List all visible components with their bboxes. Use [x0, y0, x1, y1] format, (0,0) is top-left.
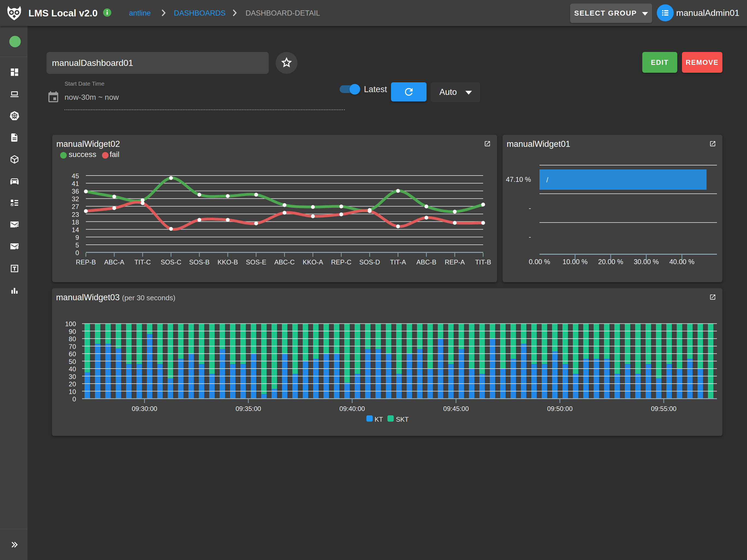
svg-text:0: 0: [73, 396, 76, 403]
svg-text:36: 36: [72, 187, 79, 195]
svg-text:40.00 %: 40.00 %: [669, 258, 695, 265]
svg-text:23: 23: [72, 211, 79, 218]
svg-text:09:30:00: 09:30:00: [132, 405, 157, 412]
svg-text:09:55:00: 09:55:00: [651, 405, 676, 412]
svg-text:-: -: [529, 204, 531, 212]
svg-text:SKT: SKT: [396, 416, 409, 423]
svg-text:KT: KT: [375, 416, 383, 423]
svg-text:-: -: [529, 233, 531, 240]
svg-text:30: 30: [69, 373, 76, 380]
svg-text:ABC-A: ABC-A: [104, 258, 124, 266]
svg-text:09:35:00: 09:35:00: [235, 405, 261, 412]
svg-text:SOS-B: SOS-B: [189, 258, 210, 266]
svg-text:60: 60: [69, 350, 76, 358]
svg-text:90: 90: [69, 328, 76, 335]
svg-text:10.00 %: 10.00 %: [562, 258, 588, 265]
svg-text:32: 32: [72, 195, 79, 203]
svg-text:41: 41: [72, 180, 79, 187]
svg-text:5: 5: [75, 241, 79, 249]
svg-text:SOS-C: SOS-C: [160, 258, 181, 266]
svg-text:09:50:00: 09:50:00: [547, 405, 572, 412]
svg-text:REP-B: REP-B: [76, 258, 96, 266]
svg-text:TIT-C: TIT-C: [134, 258, 151, 266]
svg-text:KKO-B: KKO-B: [217, 258, 238, 266]
svg-text:0.00 %: 0.00 %: [529, 258, 550, 265]
svg-text:/: /: [546, 176, 548, 184]
svg-text:14: 14: [72, 226, 79, 233]
svg-text:80: 80: [69, 335, 76, 342]
svg-text:09:45:00: 09:45:00: [443, 405, 469, 412]
svg-text:45: 45: [72, 172, 79, 180]
svg-text:SOS-E: SOS-E: [246, 258, 266, 266]
svg-text:47.10 %: 47.10 %: [506, 176, 531, 183]
svg-text:30.00 %: 30.00 %: [634, 258, 659, 265]
svg-text:10: 10: [69, 388, 76, 396]
svg-text:100: 100: [65, 320, 76, 328]
svg-text:27: 27: [72, 203, 79, 210]
svg-text:ABC-C: ABC-C: [274, 258, 295, 266]
svg-text:SOS-D: SOS-D: [359, 258, 380, 266]
svg-text:18: 18: [72, 219, 79, 226]
svg-text:KKO-A: KKO-A: [303, 258, 323, 266]
svg-text:TIT-A: TIT-A: [390, 258, 406, 266]
svg-text:TIT-B: TIT-B: [475, 258, 491, 266]
svg-text:9: 9: [75, 234, 79, 241]
svg-text:20.00 %: 20.00 %: [598, 258, 623, 265]
svg-text:REP-C: REP-C: [331, 258, 352, 266]
svg-text:REP-A: REP-A: [445, 258, 465, 266]
svg-text:ABC-B: ABC-B: [416, 258, 436, 266]
svg-text:50: 50: [69, 358, 76, 365]
svg-text:0: 0: [75, 249, 79, 256]
svg-text:09:40:00: 09:40:00: [339, 405, 365, 412]
svg-text:70: 70: [69, 343, 76, 350]
svg-text:20: 20: [69, 380, 76, 388]
svg-text:40: 40: [69, 365, 76, 373]
